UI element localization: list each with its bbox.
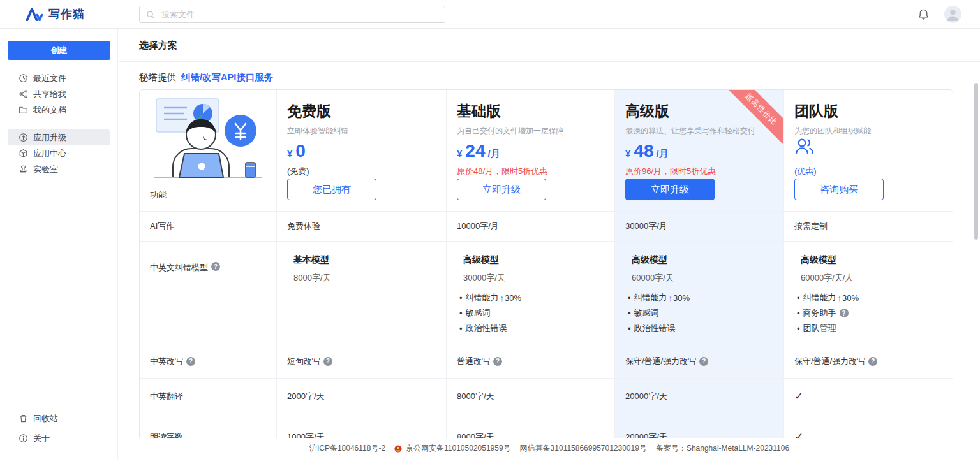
page-title: 选择方案 — [139, 40, 177, 52]
feature-cell: 30000字/月 — [615, 211, 784, 241]
plan-price: ¥48/月 — [625, 141, 669, 161]
feature-value: 保守/普通/强力改写 — [794, 356, 865, 367]
notifications-bell-icon[interactable] — [917, 8, 930, 20]
plan-note: (免费) — [287, 166, 309, 177]
model-title: 基本模型 — [293, 254, 446, 266]
feature-label-text: 中英改写 — [150, 356, 183, 367]
bullet-item: •政治性错误 — [459, 321, 614, 336]
sidebar-nav: 最近文件共享给我我的文档应用升级应用中心实验室 — [0, 70, 117, 177]
model-title: 高级模型 — [463, 254, 614, 266]
model-quota: 30000字/天 — [463, 272, 614, 284]
bullet-text: 敏感词 — [466, 307, 491, 319]
plan-cta-button[interactable]: 立即升级 — [457, 178, 546, 200]
help-icon[interactable]: ? — [186, 357, 195, 366]
feature-row: 中英翻译2000字/天8000字/天20000字/天✓ — [140, 378, 953, 414]
help-icon[interactable]: ? — [868, 357, 877, 366]
bullet-text: 商务助手 — [803, 307, 836, 319]
model-bullets: •纠错能力↑30%•敏感词•政治性错误 — [625, 290, 783, 336]
apps-icon — [18, 149, 28, 159]
topbar: 写作猫 — [0, 0, 980, 29]
bullet-text: 团队管理 — [803, 323, 836, 334]
price-period: /月 — [657, 148, 669, 160]
plan-subtitle: 立即体验智能纠错 — [287, 126, 348, 136]
footer-item: 沪ICP备18046118号-2 — [309, 443, 385, 454]
sidebar-item-trash[interactable]: 回收站 — [8, 411, 110, 426]
bullet-dot: • — [628, 324, 631, 333]
app-logo[interactable]: 写作猫 — [26, 6, 85, 22]
sidebar-item-info[interactable]: 关于 — [8, 430, 110, 446]
feature-label: 中英翻译 — [140, 378, 277, 414]
sidebar-bottom-nav: 回收站关于 — [0, 411, 117, 450]
promo-original-price: 原价48/月 — [457, 166, 493, 176]
search-box[interactable] — [139, 6, 445, 23]
sidebar-item-label: 共享给我 — [33, 89, 66, 100]
sidebar-item-clock[interactable]: 最近文件 — [8, 70, 110, 86]
create-button[interactable]: 创建 — [8, 41, 110, 60]
price-amount: 48 — [634, 141, 653, 161]
help-icon[interactable]: ? — [699, 357, 708, 366]
feature-label: 中英文纠错模型? — [140, 241, 277, 344]
feature-cell: 20000字/天 — [615, 378, 784, 414]
bullet-item: •团队管理 — [797, 321, 953, 336]
plan-name: 团队版 — [794, 101, 838, 121]
check-icon: ✓ — [794, 390, 803, 403]
feature-cell: 普通改写? — [447, 344, 615, 378]
features-label: 功能 — [150, 189, 167, 201]
sidebar-item-apps[interactable]: 应用中心 — [8, 145, 110, 161]
bullet-text: 敏感词 — [634, 307, 659, 319]
model-title: 高级模型 — [632, 254, 783, 266]
plan-subtitle: 最强的算法、让您享受写作和轻松交付 — [625, 126, 755, 136]
bullet-dot: • — [797, 309, 800, 318]
plan-cta-button[interactable]: 咨询购买 — [794, 178, 884, 200]
scrollbar[interactable] — [974, 83, 978, 240]
up-arrow-icon: ↑ — [669, 293, 673, 303]
up-arrow-icon: ↑ — [838, 293, 842, 303]
sidebar-item-share[interactable]: 共享给我 — [8, 86, 110, 102]
plan-cta-button[interactable]: 立即升级 — [625, 178, 715, 200]
help-icon[interactable]: ? — [840, 309, 849, 317]
security-badge-icon — [394, 445, 402, 453]
feature-value: 30000字/月 — [625, 221, 667, 232]
footer-item: 网信算备310115866995701230019号 — [520, 443, 647, 454]
sidebar-item-label: 关于 — [33, 433, 50, 444]
plan-cta-button[interactable]: 您已拥有 — [287, 178, 376, 200]
footer-item: 备案号：Shanghai-MetaLLM-20231106 — [656, 443, 789, 454]
best-value-ribbon: 超高性价比 — [723, 90, 784, 148]
up-arrow-icon: ↑ — [500, 293, 505, 303]
plan-price: ¥0 — [287, 141, 306, 161]
model-quota: 8000字/天 — [293, 272, 446, 284]
feature-value: 8000字/天 — [457, 391, 494, 402]
user-avatar[interactable] — [944, 6, 961, 23]
help-icon[interactable]: ? — [211, 262, 220, 271]
bullet-item: •纠错能力↑30% — [628, 290, 783, 305]
search-icon — [146, 10, 155, 19]
api-service-link[interactable]: 纠错/改写API接口服务 — [181, 72, 273, 82]
sidebar-divider — [8, 124, 110, 124]
currency-symbol: ¥ — [625, 148, 630, 159]
search-input[interactable] — [160, 9, 438, 20]
bullet-text: 政治性错误 — [634, 323, 676, 334]
feature-value: 10000字/月 — [457, 221, 499, 232]
sidebar-item-lab[interactable]: 实验室 — [8, 161, 110, 177]
bullet-text: 纠错能力 — [634, 292, 667, 303]
sidebar-item-upgrade[interactable]: 应用升级 — [8, 129, 110, 145]
help-icon[interactable]: ? — [323, 357, 332, 366]
sidebar-item-label: 实验室 — [33, 164, 58, 175]
plan-header-row: 功能 免费版立即体验智能纠错¥0(免费)您已拥有基础版为自己交付的文件增加一层保… — [140, 90, 953, 211]
promo-discount: ，限时5折优惠 — [662, 166, 716, 176]
bullet-item: •商务助手? — [797, 305, 953, 321]
price-period: /月 — [488, 148, 500, 160]
sidebar-item-folder[interactable]: 我的文档 — [8, 102, 110, 118]
feature-label: 中英改写? — [140, 344, 277, 378]
sidebar-item-label: 回收站 — [33, 413, 58, 425]
bullet-item: •敏感词 — [459, 305, 614, 321]
feature-label-text: 中英文纠错模型 — [150, 262, 208, 273]
price-amount: 0 — [295, 141, 306, 161]
feature-cell: 基本模型8000字/天 — [277, 241, 447, 344]
footer-item: 京公网安备11010502051959号 — [406, 443, 511, 454]
help-icon[interactable]: ? — [493, 357, 502, 366]
feature-value: 免费体验 — [287, 221, 320, 232]
plan-header-2: 基础版为自己交付的文件增加一层保障¥24/月原价48/月，限时5折优惠立即升级 — [447, 90, 615, 211]
feature-cell: 10000字/月 — [447, 211, 615, 241]
model-title: 高级模型 — [801, 254, 953, 266]
